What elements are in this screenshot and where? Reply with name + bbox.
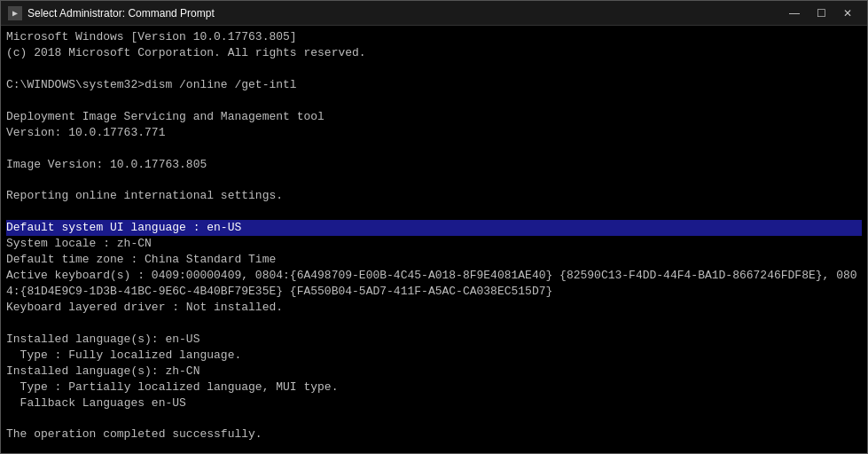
minimize-button[interactable]: — bbox=[782, 4, 807, 23]
title-bar-controls: — ☐ ✕ bbox=[782, 4, 860, 23]
console-body[interactable]: Microsoft Windows [Version 10.0.17763.80… bbox=[1, 26, 867, 453]
restore-button[interactable]: ☐ bbox=[809, 4, 833, 23]
title-bar-text: Select Administrator: Command Prompt bbox=[27, 7, 215, 20]
console-output: Microsoft Windows [Version 10.0.17763.80… bbox=[6, 29, 862, 453]
title-bar-left: ▶ Select Administrator: Command Prompt bbox=[8, 6, 215, 20]
cmd-window: ▶ Select Administrator: Command Prompt —… bbox=[0, 0, 868, 454]
title-bar: ▶ Select Administrator: Command Prompt —… bbox=[1, 1, 867, 26]
close-button[interactable]: ✕ bbox=[835, 4, 860, 23]
cmd-icon: ▶ bbox=[8, 6, 22, 20]
